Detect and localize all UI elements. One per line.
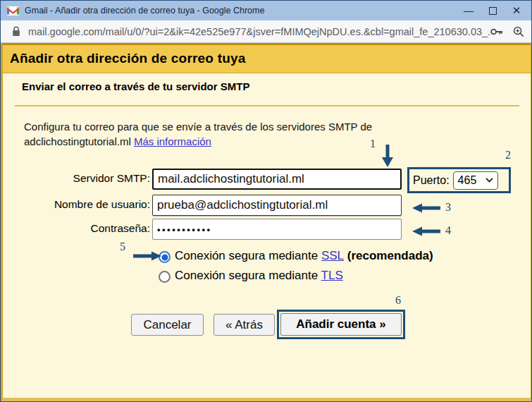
tls-option-label: Conexión segura mediante TLS: [175, 269, 343, 283]
window-controls: — ✕: [457, 2, 528, 19]
intro-text-line2: adclichostingtutorial.ml Más información: [24, 135, 211, 147]
port-label: Puerto:: [413, 174, 450, 187]
annotation-arrow-down-icon: [380, 143, 395, 169]
window-title: Gmail - Añadir otra dirección de correo …: [25, 6, 457, 16]
titlebar: Gmail - Añadir otra dirección de correo …: [1, 1, 532, 20]
smtp-server-input[interactable]: [152, 169, 402, 190]
tls-link[interactable]: TLS: [321, 269, 343, 282]
ssl-recommended-text: (recomendada): [344, 249, 433, 262]
annotation-number-2: 2: [505, 149, 511, 162]
port-highlight-box: Puerto: 465: [407, 167, 511, 193]
maximize-button[interactable]: [481, 2, 505, 19]
password-label: Contraseña:: [9, 222, 150, 235]
add-account-highlight-box: Añadir cuenta »: [277, 310, 405, 339]
maximize-icon: [489, 7, 497, 15]
address-bar: mail.google.com/mail/u/0/?ui=2&ik=42e525…: [1, 20, 532, 43]
lock-icon[interactable]: [12, 26, 20, 37]
annotation-arrow-left-4-icon: [411, 226, 442, 237]
annotation-arrow-left-3-icon: [411, 202, 442, 214]
annotation-number-3: 3: [445, 201, 451, 214]
page-subtitle: Enviar el correo a través de tu servidor…: [22, 80, 249, 92]
username-label: Nombre de usuario:: [9, 198, 150, 211]
annotation-number-4: 4: [445, 224, 451, 237]
username-input[interactable]: [152, 195, 402, 216]
tls-radio[interactable]: [159, 271, 171, 283]
minimize-button[interactable]: —: [457, 2, 481, 19]
smtp-server-label: Servidor SMTP:: [9, 172, 150, 185]
zoom-icon[interactable]: [513, 26, 524, 37]
intro-domain: adclichostingtutorial.ml: [24, 135, 134, 147]
url-input[interactable]: mail.google.com/mail/u/0/?ui=2&ik=42e525…: [28, 26, 490, 37]
ssl-option-label: Conexión segura mediante SSL (recomendad…: [175, 249, 433, 263]
annotation-number-6: 6: [395, 294, 401, 307]
cancel-button[interactable]: Cancelar: [131, 314, 204, 336]
password-input[interactable]: [152, 219, 402, 240]
browser-window: Gmail - Añadir otra dirección de correo …: [0, 0, 532, 402]
page-title: Añadir otra dirección de correo tuya: [10, 51, 246, 66]
port-selected-value: 465: [458, 174, 477, 187]
close-button[interactable]: ✕: [505, 2, 528, 19]
port-select[interactable]: 465: [453, 171, 498, 190]
intro-text-line1: Configura tu correo para que se envíe a …: [24, 121, 372, 133]
annotation-number-1: 1: [370, 138, 376, 150]
divider: [15, 105, 519, 106]
chevron-down-icon: [485, 178, 493, 183]
ssl-option-text: Conexión segura mediante: [175, 249, 321, 262]
gmail-favicon-icon: [7, 6, 19, 16]
annotation-number-5: 5: [120, 240, 125, 253]
ssl-link[interactable]: SSL: [321, 249, 344, 262]
key-icon[interactable]: [490, 28, 503, 36]
tls-option-text: Conexión segura mediante: [175, 269, 321, 282]
back-button[interactable]: « Atrás: [214, 314, 275, 336]
add-account-button[interactable]: Añadir cuenta »: [280, 313, 402, 336]
annotation-arrow-right-icon: [132, 250, 163, 262]
more-info-link[interactable]: Más información: [134, 135, 211, 147]
